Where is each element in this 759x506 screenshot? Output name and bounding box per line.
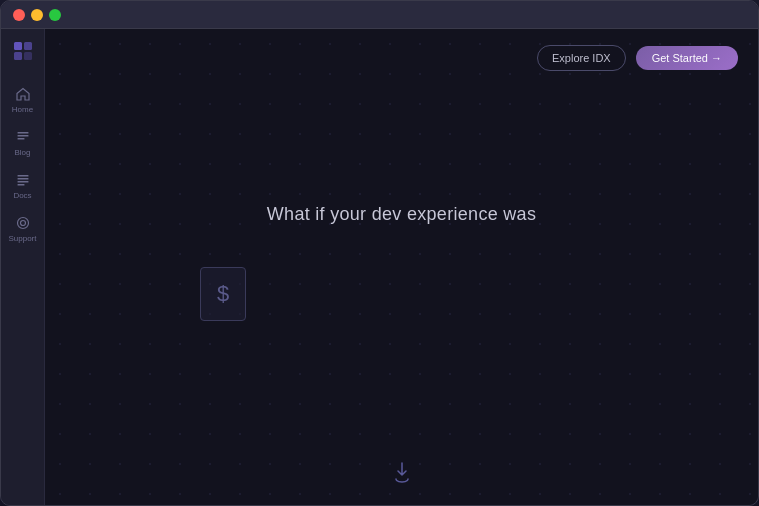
scroll-indicator	[392, 461, 412, 485]
sidebar-logo	[9, 37, 37, 65]
nav-header: Explore IDX Get Started →	[537, 45, 738, 71]
get-started-button[interactable]: Get Started →	[636, 46, 738, 70]
sidebar-item-blog[interactable]: Blog	[4, 124, 42, 163]
sidebar-item-home[interactable]: Home	[4, 81, 42, 120]
sidebar: Home Blog	[1, 29, 45, 505]
close-button[interactable]	[13, 9, 25, 21]
title-bar	[1, 1, 758, 29]
hero-headline: What if your dev experience was	[45, 204, 758, 225]
dollar-symbol: $	[217, 281, 229, 307]
main-content: Explore IDX Get Started → What if your d…	[45, 29, 758, 505]
sidebar-item-blog-label: Blog	[14, 148, 30, 157]
svg-rect-4	[17, 132, 28, 134]
svg-rect-3	[24, 52, 32, 60]
sidebar-item-docs[interactable]: Docs	[4, 167, 42, 206]
traffic-lights	[13, 9, 61, 21]
svg-rect-9	[17, 181, 28, 183]
sidebar-item-home-label: Home	[12, 105, 33, 114]
home-icon	[16, 87, 30, 103]
support-icon	[16, 216, 30, 232]
explore-button[interactable]: Explore IDX	[537, 45, 626, 71]
sidebar-item-support-label: Support	[8, 234, 36, 243]
blog-icon	[16, 130, 30, 146]
dollar-card: $	[200, 267, 246, 321]
docs-icon	[16, 173, 30, 189]
app-window: Home Blog	[0, 0, 759, 506]
sidebar-item-docs-label: Docs	[13, 191, 31, 200]
svg-rect-2	[14, 52, 22, 60]
svg-point-12	[20, 221, 25, 226]
app-body: Home Blog	[1, 29, 758, 505]
svg-rect-8	[17, 178, 28, 180]
svg-point-11	[17, 218, 28, 229]
minimize-button[interactable]	[31, 9, 43, 21]
svg-rect-1	[24, 42, 32, 50]
maximize-button[interactable]	[49, 9, 61, 21]
svg-rect-0	[14, 42, 22, 50]
svg-rect-5	[17, 135, 28, 137]
svg-rect-7	[17, 175, 28, 177]
svg-rect-10	[17, 184, 24, 186]
svg-rect-6	[17, 138, 24, 140]
sidebar-item-support[interactable]: Support	[4, 210, 42, 249]
